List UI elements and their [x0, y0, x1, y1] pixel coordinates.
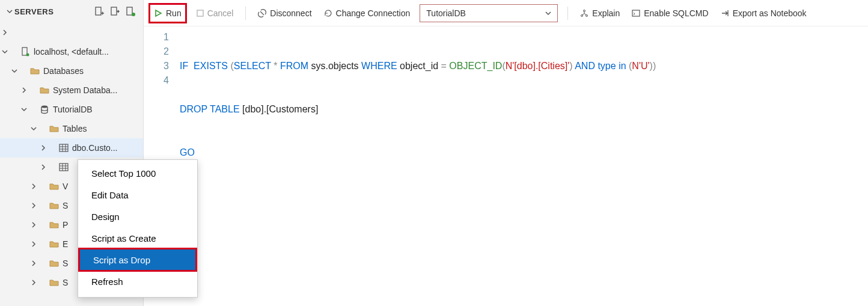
folder-icon — [29, 65, 41, 77]
explain-button[interactable]: Explain — [574, 4, 626, 22]
cm-script-create[interactable]: Script as Create — [78, 227, 197, 249]
chevron-right-icon — [38, 164, 48, 170]
chevron-right-icon — [29, 241, 38, 247]
svg-point-5 — [26, 54, 29, 57]
server-add-icon[interactable] — [91, 4, 107, 19]
cancel-label: Cancel — [207, 8, 234, 18]
sql-editor[interactable]: 1 2 3 4 IF EXISTS (SELECT * FROM sys.obj… — [144, 26, 868, 306]
line-number: 3 — [144, 59, 169, 73]
code-line: GO — [180, 145, 868, 160]
chevron-down-icon — [29, 126, 38, 132]
export-notebook-label: Export as Notebook — [733, 8, 807, 18]
dropdown-value: TutorialDB — [426, 8, 466, 18]
enable-sqlcmd-button[interactable]: Enable SQLCMD — [626, 4, 714, 22]
chevron-right-icon — [29, 203, 38, 209]
folder-icon — [48, 180, 60, 192]
server-active-icon[interactable] — [123, 4, 138, 19]
disconnect-button[interactable]: Disconnect — [252, 4, 317, 22]
database-icon — [38, 103, 50, 115]
code-line — [180, 189, 868, 203]
svg-rect-1 — [111, 7, 117, 15]
run-button[interactable]: Run — [148, 3, 187, 23]
chevron-right-icon — [19, 87, 29, 93]
folder-icon — [48, 238, 60, 250]
code-line: IF EXISTS (SELECT * FROM sys.objects WHE… — [180, 59, 868, 73]
tree-label: Tables — [63, 124, 87, 133]
tree-label: TutorialDB — [53, 105, 93, 114]
code-area[interactable]: IF EXISTS (SELECT * FROM sys.objects WHE… — [177, 26, 868, 306]
line-number: 2 — [144, 44, 169, 59]
chevron-right-icon — [29, 222, 38, 228]
tree-row-tables[interactable]: Tables — [0, 119, 143, 138]
chevron-right-icon — [29, 183, 38, 189]
cm-design[interactable]: Design — [78, 206, 197, 227]
tree-icon — [580, 9, 588, 17]
svg-point-10 — [584, 10, 585, 11]
tree-label: S — [63, 259, 68, 268]
tree-row-blank[interactable] — [0, 23, 143, 42]
sidebar-title: SERVERS — [14, 7, 91, 16]
tree-label: S — [63, 278, 68, 287]
svg-rect-7 — [60, 144, 68, 151]
chevron-right-icon — [29, 260, 38, 266]
tree-label: S — [63, 201, 68, 210]
table-icon — [58, 161, 70, 173]
disconnect-icon — [258, 9, 266, 17]
tree-row-databases[interactable]: Databases — [0, 61, 143, 81]
tree-row-server[interactable]: localhost, <default... — [0, 42, 143, 61]
refresh-icon — [324, 9, 332, 17]
chevron-right-icon — [0, 29, 10, 35]
svg-rect-2 — [127, 7, 132, 15]
cm-edit-data[interactable]: Edit Data — [78, 184, 197, 206]
tree-row-dbo-custo[interactable]: dbo.Custo... — [0, 138, 143, 158]
tree-label: Databases — [43, 66, 84, 76]
cm-refresh[interactable]: Refresh — [78, 271, 197, 292]
line-number: 1 — [144, 30, 169, 44]
server-icon — [19, 46, 31, 58]
change-connection-button[interactable]: Change Connection — [318, 4, 417, 22]
tree-label: V — [63, 182, 68, 191]
table-context-menu: Select Top 1000 Edit Data Design Script … — [78, 159, 198, 298]
table-icon — [58, 142, 70, 154]
folder-icon — [48, 123, 60, 135]
svg-rect-8 — [60, 164, 68, 171]
sidebar-header: SERVERS — [0, 0, 143, 23]
chevron-down-icon[interactable] — [5, 8, 14, 14]
export-notebook-button[interactable]: Export as Notebook — [715, 4, 813, 22]
svg-point-3 — [132, 13, 135, 16]
stop-icon — [197, 10, 204, 17]
folder-icon — [48, 257, 60, 269]
server-connect-icon[interactable] — [107, 4, 123, 19]
export-icon — [721, 9, 729, 17]
disconnect-label: Disconnect — [270, 8, 311, 18]
toolbar-separator — [567, 7, 568, 20]
svg-rect-13 — [632, 10, 640, 16]
folder-icon — [48, 200, 60, 212]
cm-script-drop[interactable]: Script as Drop — [78, 248, 197, 272]
folder-icon — [48, 277, 60, 289]
terminal-icon — [632, 9, 640, 17]
tree-label: localhost, <default... — [34, 47, 109, 57]
chevron-right-icon — [29, 280, 38, 286]
code-line: DROP TABLE [dbo].[Customers] — [180, 102, 868, 117]
main-area: Run Cancel Disconnect Change Connection … — [144, 0, 868, 306]
svg-point-6 — [41, 106, 47, 108]
tree-row-sysdb[interactable]: System Databa... — [0, 81, 143, 100]
enable-sqlcmd-label: Enable SQLCMD — [644, 8, 708, 18]
chevron-down-icon — [545, 10, 551, 16]
folder-icon — [38, 84, 50, 96]
cm-select-top[interactable]: Select Top 1000 — [78, 162, 197, 184]
database-dropdown[interactable]: TutorialDB — [420, 4, 558, 22]
tree-label: E — [63, 239, 68, 249]
folder-icon — [48, 219, 60, 231]
chevron-down-icon — [19, 106, 29, 112]
tree-label: P — [63, 220, 68, 230]
chevron-down-icon — [0, 49, 10, 55]
tree-row-tutorialdb[interactable]: TutorialDB — [0, 100, 143, 119]
cancel-button[interactable]: Cancel — [191, 4, 240, 22]
line-number: 4 — [144, 73, 169, 88]
run-label: Run — [166, 8, 182, 18]
tree-label: System Databa... — [53, 85, 117, 95]
svg-rect-0 — [96, 7, 101, 15]
toolbar-separator — [245, 7, 246, 20]
